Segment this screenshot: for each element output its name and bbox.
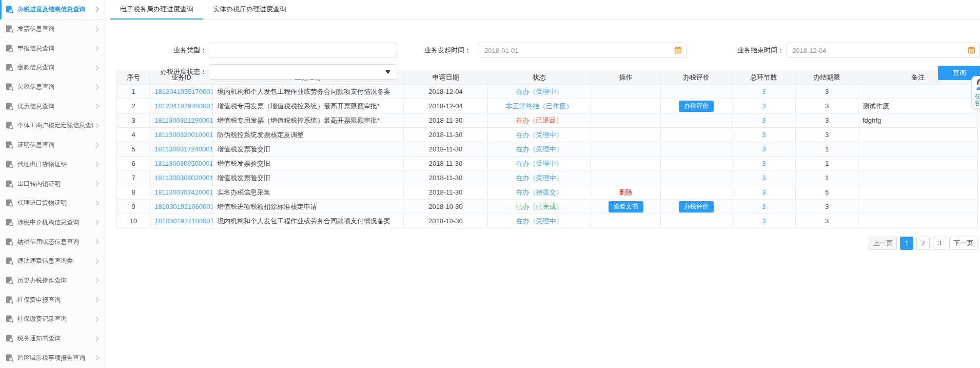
chevron-right-icon <box>94 336 99 341</box>
sidebar-item-individual-quota-info[interactable]: 个体工商户核定定额信息查询 <box>0 116 106 135</box>
tab-electronic-bureau-progress[interactable]: 电子税务局办理进度查询 <box>110 0 203 19</box>
results-table: 序号业务ID业务名称申请日期状态操作办税评价总环节数办结期限备注 1 18120… <box>116 70 977 228</box>
main-content: 电子税务局办理进度查询实体办税厅办理进度查询 业务类型： 业务发起时间： 业务 <box>107 0 980 368</box>
table-row: 6 1811300309500001 增值税发票验交旧 2018-11-30 在… <box>117 157 978 171</box>
apply-date: 2018-11-30 <box>404 171 488 185</box>
page-number-button[interactable]: 1 <box>900 237 913 250</box>
total-steps-link[interactable]: 3 <box>762 88 766 95</box>
delete-link[interactable]: 删除 <box>619 188 633 196</box>
table-row: 8 1811300303420001 实名办税信息采集 2018-11-30 在… <box>117 185 978 200</box>
sidebar: 办税进度及结果信息查询 发票信息查询 申报信息查询 <box>0 0 106 368</box>
business-name: 增值税专用发票（增值税税控系统）最高开票限额审批* <box>213 113 404 128</box>
individual-quota-search-icon <box>6 122 13 129</box>
business-id-link[interactable]: 1811300303420001 <box>154 188 213 196</box>
progress-status-select[interactable] <box>209 64 397 80</box>
sidebar-item-export-domestic-cert[interactable]: 出口转内销证明 <box>0 174 106 193</box>
total-steps-link[interactable]: 3 <box>762 131 766 139</box>
agent-import-cert-icon <box>6 199 13 207</box>
tax-evaluate-button[interactable]: 办税评价 <box>679 101 714 112</box>
status-text: 非正常终结（已作废） <box>506 102 573 110</box>
sidebar-item-label: 优惠信息查询 <box>17 102 54 111</box>
sidebar-item-history-operation[interactable]: 历史办税操作查询 <box>0 271 106 290</box>
pagination: 上一页 123 下一页 <box>116 237 977 250</box>
deadline-value: 3 <box>796 128 858 142</box>
total-steps-link[interactable]: 3 <box>762 160 766 167</box>
business-id-link[interactable]: 1810301921060001 <box>154 203 213 210</box>
total-steps-link[interactable]: 3 <box>762 102 766 110</box>
tax-arrears-search-icon <box>6 83 13 91</box>
dropdown-arrow-icon <box>385 70 390 74</box>
total-steps-link[interactable]: 3 <box>762 145 766 153</box>
sidebar-item-label: 社保缴费记录查询 <box>17 315 67 323</box>
business-type-label: 业务类型： <box>135 43 207 58</box>
certificate-search-icon <box>6 141 13 149</box>
sidebar-item-cross-region-report[interactable]: 跨区域涉税事项报告查询 <box>0 348 106 367</box>
sidebar-item-agent-export-cert[interactable]: 代理出口货物证明 <box>0 155 106 175</box>
social-insurance-declare-icon <box>6 296 13 304</box>
sidebar-item-violation-info[interactable]: 违法违章信息查询类 <box>0 251 106 271</box>
total-steps-link[interactable]: 3 <box>762 188 766 196</box>
business-id-link[interactable]: 1811300309500001 <box>154 160 213 167</box>
page-number-button[interactable]: 3 <box>933 237 946 250</box>
sidebar-item-label: 发票信息查询 <box>17 25 54 33</box>
online-service-label-line1: 在线 <box>974 92 980 100</box>
sidebar-item-social-insurance-record[interactable]: 社保缴费记录查询 <box>0 309 106 329</box>
business-type-input[interactable] <box>209 43 397 58</box>
table-row: 9 1810301921060001 增值税进项税额扣除标准核定申请 2018-… <box>117 200 978 214</box>
apply-date: 2018-11-30 <box>404 113 488 128</box>
apply-date: 2018-12-04 <box>404 99 488 113</box>
prev-page-button[interactable]: 上一页 <box>869 237 897 250</box>
calendar-icon[interactable] <box>674 46 682 56</box>
sidebar-item-label: 申报信息查询 <box>17 44 54 53</box>
business-id-link[interactable]: 1812041029400001 <box>154 102 213 110</box>
business-id-link[interactable]: 1811300320010001 <box>154 131 213 139</box>
next-page-button[interactable]: 下一页 <box>949 237 977 250</box>
calendar-icon[interactable] <box>968 46 975 56</box>
tax-evaluate-button[interactable]: 办税评价 <box>679 201 714 212</box>
sidebar-item-certificate-info[interactable]: 证明信息查询 <box>0 135 106 155</box>
total-steps-link[interactable]: 3 <box>762 217 766 225</box>
sidebar-item-declaration-info[interactable]: 申报信息查询 <box>0 38 106 58</box>
sidebar-item-social-insurance-declare[interactable]: 社保费申报查询 <box>0 290 106 309</box>
total-steps-link[interactable]: 3 <box>762 174 766 182</box>
query-filters: 业务类型： 业务发起时间： 业务结束时间： <box>107 20 980 70</box>
deadline-value: 5 <box>796 185 858 200</box>
business-id-link[interactable]: 1811300317240001 <box>154 145 213 153</box>
chevron-right-icon <box>94 65 99 70</box>
business-id-link[interactable]: 1810301927100001 <box>154 217 213 225</box>
view-document-button[interactable]: 查看文书 <box>609 201 643 212</box>
remark-text: 测试作废 <box>858 99 978 113</box>
business-id-link[interactable]: 1812041055170001 <box>154 88 213 95</box>
start-time-input[interactable] <box>479 43 687 58</box>
sidebar-item-tax-arrears-info[interactable]: 欠税信息查询 <box>0 78 106 97</box>
remark-text <box>858 171 978 185</box>
sidebar-item-label: 涉税中介机构信息查询 <box>17 218 79 227</box>
total-steps-link[interactable]: 3 <box>762 203 766 210</box>
remark-text <box>858 142 978 157</box>
apply-date: 2018-10-30 <box>404 200 488 214</box>
sidebar-item-label: 办税进度及结果信息查询 <box>17 5 85 14</box>
page-number-button[interactable]: 2 <box>916 237 930 250</box>
sidebar-item-label: 代理出口货物证明 <box>17 160 67 169</box>
end-time-input[interactable] <box>787 43 980 58</box>
chevron-right-icon <box>94 278 99 283</box>
sidebar-item-progress-result-query[interactable]: 办税进度及结果信息查询 <box>0 0 106 20</box>
online-service-label-line2: 客服 <box>974 100 980 107</box>
preferential-search-icon <box>6 103 13 110</box>
sidebar-item-agent-import-cert[interactable]: 代理进口货物证明 <box>0 193 106 213</box>
payment-search-icon <box>6 64 13 71</box>
sidebar-item-tax-notice[interactable]: 税务通知书查询 <box>0 329 106 348</box>
chevron-right-icon <box>94 27 99 32</box>
business-id-link[interactable]: 1811300321290001 <box>154 117 213 124</box>
total-steps-link[interactable]: 3 <box>762 117 766 124</box>
sidebar-item-tax-credit-status[interactable]: 纳税信用状态信息查询 <box>0 232 106 251</box>
sidebar-item-invoice-info[interactable]: 发票信息查询 <box>0 20 106 39</box>
tab-service-hall-progress[interactable]: 实体办税厅办理进度查询 <box>203 0 296 19</box>
sidebar-item-tax-intermediary-info[interactable]: 涉税中介机构信息查询 <box>0 213 106 233</box>
remark-text <box>858 85 978 99</box>
online-service-widget[interactable]: 在线 客服 <box>971 76 980 109</box>
sidebar-item-preferential-info[interactable]: 优惠信息查询 <box>0 96 106 116</box>
sidebar-item-payment-info[interactable]: 缴款信息查询 <box>0 58 106 78</box>
chevron-right-icon <box>94 143 99 148</box>
business-id-link[interactable]: 1811300308020001 <box>154 174 213 182</box>
